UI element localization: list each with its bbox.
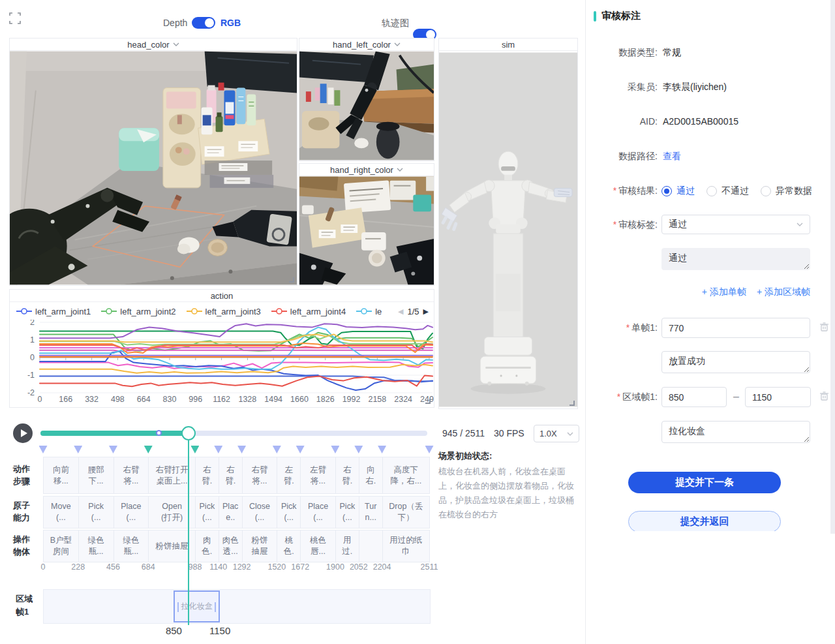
table-cell[interactable]: Pick (... bbox=[277, 496, 301, 529]
table-cell[interactable]: 右 臂. bbox=[195, 457, 219, 494]
step-marker[interactable] bbox=[237, 446, 246, 453]
region-right-handle[interactable] bbox=[215, 602, 216, 612]
play-button[interactable] bbox=[13, 423, 33, 443]
step-marker-active[interactable] bbox=[190, 446, 199, 453]
table-cell[interactable]: 肉色 透... bbox=[219, 530, 243, 562]
hand-left-camera-panel: hand_left_color bbox=[299, 38, 434, 161]
submit-next-button[interactable]: 提交并下一条 bbox=[628, 472, 781, 493]
scene-title: 场景初始状态: bbox=[438, 450, 582, 462]
table-cell[interactable]: 桃 色. bbox=[277, 530, 301, 562]
legend-prev-icon[interactable]: ◀ bbox=[398, 307, 403, 316]
current-frame-line bbox=[188, 440, 189, 625]
table-cell[interactable]: 左 臂. bbox=[277, 457, 301, 494]
step-marker[interactable] bbox=[74, 446, 82, 453]
delete-region-frame-icon[interactable] bbox=[819, 391, 829, 401]
axis-tick-label: 2511 bbox=[421, 562, 438, 572]
svg-text:1660: 1660 bbox=[290, 395, 309, 404]
legend-item[interactable]: left_arm_joint3 bbox=[187, 307, 261, 316]
resize-grip[interactable] bbox=[425, 399, 431, 404]
step-marker[interactable] bbox=[273, 446, 281, 453]
region-track[interactable] bbox=[43, 589, 431, 624]
hand-right-camera-title[interactable]: hand_right_color bbox=[299, 164, 434, 176]
data-type-value: 常规 bbox=[663, 47, 681, 59]
table-cell[interactable]: 高度下 降，右... bbox=[382, 457, 430, 494]
axis-tick-label: 1292 bbox=[233, 562, 251, 572]
axis-tick-label: 1520 bbox=[267, 562, 286, 572]
region-end-input[interactable] bbox=[745, 387, 811, 407]
region-frame-note[interactable]: 拉化妆盒 bbox=[661, 421, 810, 443]
legend-item[interactable]: le bbox=[356, 307, 382, 316]
region-range-box[interactable]: 拉化妆盒 bbox=[174, 590, 220, 622]
review-tag-select[interactable]: 通过 bbox=[661, 215, 810, 234]
playback-slider-handle[interactable] bbox=[181, 426, 196, 440]
table-cell[interactable]: 桃色 唇... bbox=[300, 530, 336, 562]
table-cell[interactable]: 右 臂. bbox=[219, 457, 243, 494]
step-marker[interactable] bbox=[39, 446, 48, 453]
fullscreen-icon[interactable] bbox=[9, 12, 21, 24]
table-cell[interactable]: 向 右. bbox=[359, 457, 383, 494]
table-cell[interactable]: Place (... bbox=[114, 496, 149, 529]
region-left-handle[interactable] bbox=[177, 602, 179, 612]
speed-select[interactable]: 1.0X bbox=[534, 425, 579, 442]
resize-grip[interactable] bbox=[289, 277, 294, 283]
step-marker[interactable] bbox=[109, 446, 117, 453]
aid-value: A2D0015AB00015 bbox=[663, 116, 738, 127]
table-cell[interactable] bbox=[359, 530, 383, 562]
chart-legend: left_arm_joint1left_arm_joint2left_arm_j… bbox=[16, 304, 384, 318]
table-cell[interactable]: 右 臂. bbox=[335, 457, 359, 494]
hand-left-camera-title[interactable]: hand_left_color bbox=[299, 38, 434, 51]
add-single-frame-link[interactable]: + 添加单帧 bbox=[702, 286, 746, 298]
table-cell[interactable]: 用过的纸 巾 bbox=[382, 530, 430, 562]
step-marker[interactable] bbox=[296, 446, 305, 453]
data-path-view-link[interactable]: 查看 bbox=[663, 151, 681, 162]
panel-scrollbar[interactable] bbox=[830, 0, 835, 534]
step-marker[interactable] bbox=[425, 446, 434, 453]
submit-return-button[interactable]: 提交并返回 bbox=[628, 511, 781, 531]
review-result-radio[interactable]: 不通过 bbox=[706, 185, 749, 197]
table-cell[interactable]: Pick (... bbox=[78, 496, 114, 529]
table-cell[interactable]: 绿色 瓶... bbox=[78, 530, 114, 562]
axis-tick-label: 2204 bbox=[373, 562, 391, 572]
review-result-options: 通过不通过异常数据 bbox=[661, 185, 812, 197]
review-result-radio[interactable]: 通过 bbox=[661, 185, 695, 197]
table-cell[interactable]: 右臂 将... bbox=[242, 457, 278, 494]
table-row-label: 原子 能力 bbox=[13, 496, 42, 529]
depth-rgb-toggle[interactable] bbox=[192, 17, 215, 29]
resize-grip[interactable] bbox=[569, 401, 575, 406]
svg-text:2158: 2158 bbox=[368, 395, 386, 404]
delete-single-frame-icon[interactable] bbox=[819, 322, 829, 332]
table-cell[interactable]: 右臂 将... bbox=[114, 457, 149, 494]
table-cell[interactable]: 肉 色. bbox=[195, 530, 219, 562]
single-frame-note[interactable]: 放置成功 bbox=[661, 351, 810, 373]
single-frame-input[interactable] bbox=[661, 318, 810, 338]
legend-item[interactable]: left_arm_joint2 bbox=[101, 307, 175, 316]
region-start-input[interactable] bbox=[661, 387, 727, 407]
step-marker-active[interactable] bbox=[144, 446, 153, 453]
table-cell[interactable]: Place (... bbox=[300, 496, 336, 529]
table-cell[interactable]: 用 过. bbox=[335, 530, 359, 562]
head-camera-title[interactable]: head_color bbox=[10, 38, 297, 51]
table-cell[interactable]: 向前 移... bbox=[43, 457, 79, 494]
table-cell[interactable]: Move (... bbox=[43, 496, 79, 529]
table-cell[interactable]: Tur n... bbox=[359, 496, 383, 529]
table-cell[interactable]: 腰部 下... bbox=[78, 457, 114, 494]
step-marker[interactable] bbox=[331, 446, 339, 453]
table-cell[interactable]: B户型 房间 bbox=[43, 530, 79, 562]
legend-item[interactable]: left_arm_joint1 bbox=[16, 307, 91, 316]
add-region-frame-link[interactable]: + 添加区域帧 bbox=[757, 286, 810, 298]
table-cell[interactable]: 粉饼 抽屉 bbox=[242, 530, 278, 562]
table-cell[interactable]: Pick (... bbox=[335, 496, 359, 529]
step-marker[interactable] bbox=[214, 446, 222, 453]
table-cell[interactable]: 左臂 将... bbox=[300, 457, 336, 494]
table-cell[interactable]: Drop（丢 下） bbox=[382, 496, 430, 529]
table-cell[interactable]: 绿色 瓶... bbox=[114, 530, 149, 562]
review-tag-note[interactable]: 通过 bbox=[661, 248, 810, 270]
review-result-radio[interactable]: 异常数据 bbox=[761, 185, 812, 197]
step-marker[interactable] bbox=[354, 446, 363, 453]
legend-next-icon[interactable]: ▶ bbox=[423, 307, 429, 316]
table-cell[interactable]: Plac e.. bbox=[219, 496, 243, 529]
legend-item[interactable]: left_arm_joint4 bbox=[271, 307, 346, 316]
table-cell[interactable]: Close (... bbox=[242, 496, 278, 529]
step-marker[interactable] bbox=[378, 446, 386, 453]
table-cell[interactable]: Pick (... bbox=[195, 496, 219, 529]
